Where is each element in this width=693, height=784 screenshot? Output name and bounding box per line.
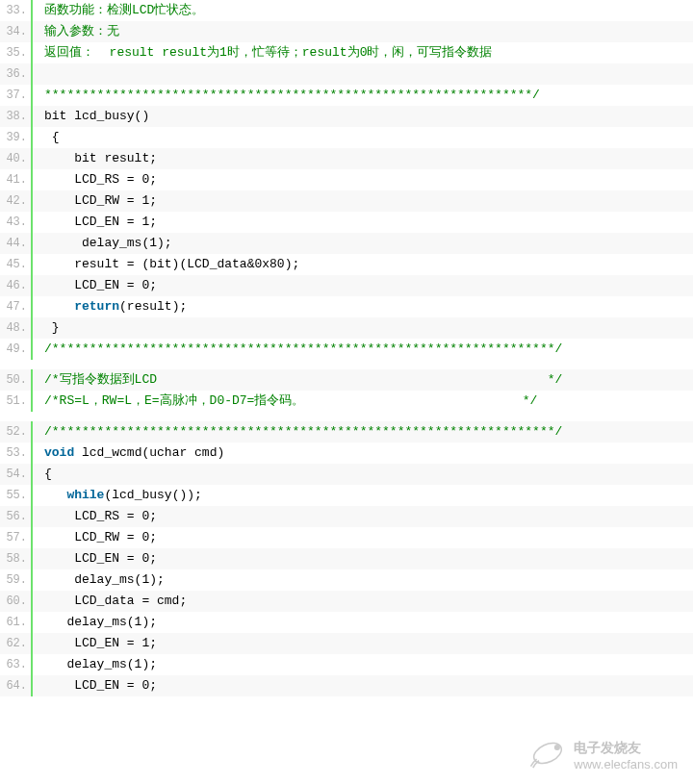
line-number: 62. [0,633,31,654]
code-line: 41. LCD_RS = 0; [0,169,693,190]
token-plain: LCD_RS = 0; [44,509,157,523]
watermark-text: 电子发烧友 www.elecfans.com [574,740,678,771]
line-number: 36. [0,63,31,85]
token-keyword: return [74,299,119,314]
token-plain: LCD_EN = 1; [44,636,157,650]
line-number: 56. [0,506,31,527]
line-number: 60. [0,591,31,612]
code-content: { [33,464,693,485]
line-number: 35. [0,42,31,63]
code-line: 38.bit lcd_busy() [0,106,693,127]
code-line: 35.返回值： result result为1时，忙等待；result为0时，闲… [0,42,693,63]
code-content: LCD_EN = 1; [33,633,693,654]
token-comment: 函数功能：检测LCD忙状态。 [44,3,204,17]
line-number: 50. [0,369,31,391]
token-comment: 返回值： result result为1时，忙等待；result为0时，闲，可写… [44,45,492,60]
code-content: LCD_data = cmd; [33,591,693,612]
line-number: 43. [0,212,31,233]
watermark-line2: www.elecfans.com [574,757,678,771]
line-number: 42. [0,190,31,212]
token-comment: /***************************************… [44,341,562,356]
code-content: delay_ms(1); [33,569,693,591]
code-line: 44. delay_ms(1); [0,233,693,254]
code-content: return(result); [33,296,693,317]
token-plain: LCD_EN = 1; [44,215,157,229]
line-number: 53. [0,443,31,464]
token-plain: delay_ms(1); [44,572,165,587]
svg-point-1 [555,746,560,750]
token-plain: delay_ms(1); [44,615,157,629]
token-comment: ****************************************… [44,88,540,102]
token-comment: /*写指令数据到LCD */ [44,372,562,387]
code-content: /*写指令数据到LCD */ [33,369,693,391]
line-number: 39. [0,127,31,148]
line-number: 61. [0,612,31,633]
code-content: LCD_RW = 1; [33,190,693,212]
code-line: 40. bit result; [0,148,693,169]
token-plain: result = (bit)(LCD_data&0x80); [44,257,299,271]
code-content [33,63,693,85]
token-keyword: while [66,488,104,502]
code-content: result = (bit)(LCD_data&0x80); [33,254,693,275]
token-plain: LCD_RW = 1; [44,193,157,208]
token-plain: { [44,130,60,144]
line-number: 44. [0,233,31,254]
token-plain: LCD_EN = 0; [44,278,157,292]
line-number: 59. [0,569,31,591]
code-line: 60. LCD_data = cmd; [0,591,693,612]
code-content: LCD_EN = 0; [33,675,693,696]
code-content: delay_ms(1); [33,233,693,254]
code-line: 46. LCD_EN = 0; [0,275,693,296]
code-content: LCD_RS = 0; [33,169,693,190]
spacer-line [0,412,693,421]
code-line: 47. return(result); [0,296,693,317]
watermark-icon [529,738,566,772]
code-line: 64. LCD_EN = 0; [0,675,693,696]
code-content: LCD_EN = 0; [33,548,693,569]
code-content: 返回值： result result为1时，忙等待；result为0时，闲，可写… [33,42,693,63]
code-line: 56. LCD_RS = 0; [0,506,693,527]
code-line: 50./*写指令数据到LCD */ [0,369,693,391]
line-number: 64. [0,675,31,696]
code-line: 52./************************************… [0,421,693,443]
code-content: { [33,127,693,148]
code-content: while(lcd_busy()); [33,485,693,506]
code-content: bit result; [33,148,693,169]
code-content: ****************************************… [33,85,693,106]
token-plain: { [44,467,247,481]
code-line: 51./*RS=L，RW=L，E=高脉冲，D0-D7=指令码。 */ [0,391,693,412]
code-line: 61. delay_ms(1); [0,612,693,633]
line-number: 33. [0,0,31,21]
token-plain: lcd_wcmd(uchar cmd) [74,445,224,460]
code-content: LCD_RS = 0; [33,506,693,527]
code-line: 37.*************************************… [0,85,693,106]
line-number: 49. [0,339,31,360]
code-line: 39. { [0,127,693,148]
code-line: 59. delay_ms(1); [0,569,693,591]
line-number: 57. [0,527,31,548]
code-content: LCD_RW = 0; [33,527,693,548]
code-content: LCD_EN = 0; [33,275,693,296]
code-line: 49./************************************… [0,339,693,360]
line-number: 52. [0,421,31,443]
code-line: 62. LCD_EN = 1; [0,633,693,654]
token-keyword: void [44,445,74,460]
code-line: 45. result = (bit)(LCD_data&0x80); [0,254,693,275]
token-plain: LCD_EN = 0; [44,551,157,566]
line-number: 37. [0,85,31,106]
token-plain [44,66,52,81]
line-number: 48. [0,317,31,339]
line-number: 58. [0,548,31,569]
token-plain: delay_ms(1); [44,236,172,250]
code-content: 输入参数：无 [33,21,693,42]
token-comment: 输入参数：无 [44,24,119,38]
line-number: 55. [0,485,31,506]
line-number: 63. [0,654,31,675]
token-plain: (result); [119,299,187,314]
code-line: 63. delay_ms(1); [0,654,693,675]
code-line: 36. [0,63,693,85]
code-content: /***************************************… [33,339,693,360]
token-plain: LCD_data = cmd; [44,594,187,608]
code-line: 55. while(lcd_busy()); [0,485,693,506]
code-line: 53.void lcd_wcmd(uchar cmd) [0,443,693,464]
